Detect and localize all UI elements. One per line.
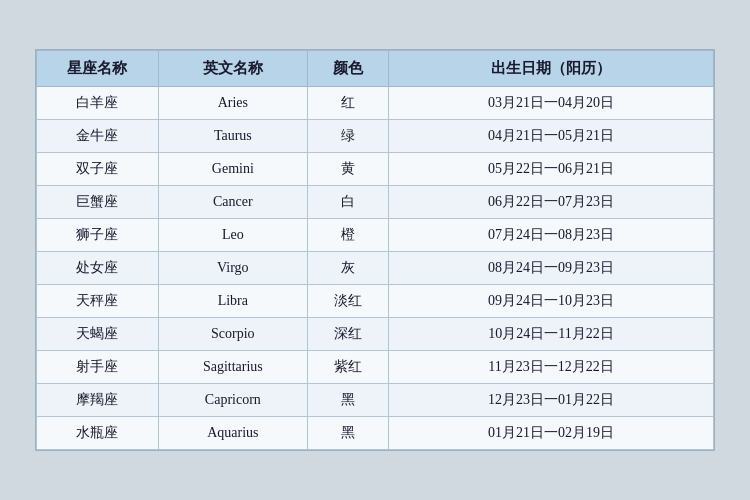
cell-chinese: 天蝎座 [37, 318, 159, 351]
table-row: 白羊座Aries红03月21日一04月20日 [37, 87, 714, 120]
cell-chinese: 水瓶座 [37, 417, 159, 450]
table-row: 金牛座Taurus绿04月21日一05月21日 [37, 120, 714, 153]
cell-english: Capricorn [158, 384, 307, 417]
table-row: 天蝎座Scorpio深红10月24日一11月22日 [37, 318, 714, 351]
cell-date: 12月23日一01月22日 [389, 384, 714, 417]
table-row: 处女座Virgo灰08月24日一09月23日 [37, 252, 714, 285]
cell-date: 04月21日一05月21日 [389, 120, 714, 153]
cell-chinese: 狮子座 [37, 219, 159, 252]
cell-english: Leo [158, 219, 307, 252]
zodiac-table: 星座名称 英文名称 颜色 出生日期（阳历） 白羊座Aries红03月21日一04… [36, 50, 714, 450]
cell-date: 01月21日一02月19日 [389, 417, 714, 450]
cell-color: 黄 [307, 153, 388, 186]
table-row: 巨蟹座Cancer白06月22日一07月23日 [37, 186, 714, 219]
cell-color: 绿 [307, 120, 388, 153]
cell-english: Scorpio [158, 318, 307, 351]
cell-date: 05月22日一06月21日 [389, 153, 714, 186]
cell-chinese: 双子座 [37, 153, 159, 186]
cell-color: 红 [307, 87, 388, 120]
cell-color: 橙 [307, 219, 388, 252]
cell-color: 灰 [307, 252, 388, 285]
cell-color: 深红 [307, 318, 388, 351]
header-chinese: 星座名称 [37, 51, 159, 87]
cell-chinese: 巨蟹座 [37, 186, 159, 219]
table-row: 射手座Sagittarius紫红11月23日一12月22日 [37, 351, 714, 384]
cell-date: 09月24日一10月23日 [389, 285, 714, 318]
zodiac-table-container: 星座名称 英文名称 颜色 出生日期（阳历） 白羊座Aries红03月21日一04… [35, 49, 715, 451]
header-date: 出生日期（阳历） [389, 51, 714, 87]
table-row: 摩羯座Capricorn黑12月23日一01月22日 [37, 384, 714, 417]
cell-color: 淡红 [307, 285, 388, 318]
cell-english: Aries [158, 87, 307, 120]
cell-chinese: 射手座 [37, 351, 159, 384]
header-color: 颜色 [307, 51, 388, 87]
cell-english: Gemini [158, 153, 307, 186]
cell-english: Aquarius [158, 417, 307, 450]
table-body: 白羊座Aries红03月21日一04月20日金牛座Taurus绿04月21日一0… [37, 87, 714, 450]
cell-date: 10月24日一11月22日 [389, 318, 714, 351]
cell-color: 白 [307, 186, 388, 219]
cell-color: 黑 [307, 384, 388, 417]
table-row: 双子座Gemini黄05月22日一06月21日 [37, 153, 714, 186]
cell-chinese: 金牛座 [37, 120, 159, 153]
cell-color: 紫红 [307, 351, 388, 384]
cell-chinese: 天秤座 [37, 285, 159, 318]
cell-date: 07月24日一08月23日 [389, 219, 714, 252]
cell-chinese: 处女座 [37, 252, 159, 285]
table-header-row: 星座名称 英文名称 颜色 出生日期（阳历） [37, 51, 714, 87]
cell-date: 06月22日一07月23日 [389, 186, 714, 219]
cell-english: Sagittarius [158, 351, 307, 384]
cell-chinese: 白羊座 [37, 87, 159, 120]
cell-english: Libra [158, 285, 307, 318]
cell-english: Taurus [158, 120, 307, 153]
cell-chinese: 摩羯座 [37, 384, 159, 417]
cell-english: Virgo [158, 252, 307, 285]
cell-date: 11月23日一12月22日 [389, 351, 714, 384]
cell-english: Cancer [158, 186, 307, 219]
table-row: 天秤座Libra淡红09月24日一10月23日 [37, 285, 714, 318]
header-english: 英文名称 [158, 51, 307, 87]
cell-date: 03月21日一04月20日 [389, 87, 714, 120]
cell-date: 08月24日一09月23日 [389, 252, 714, 285]
table-row: 水瓶座Aquarius黑01月21日一02月19日 [37, 417, 714, 450]
table-row: 狮子座Leo橙07月24日一08月23日 [37, 219, 714, 252]
cell-color: 黑 [307, 417, 388, 450]
